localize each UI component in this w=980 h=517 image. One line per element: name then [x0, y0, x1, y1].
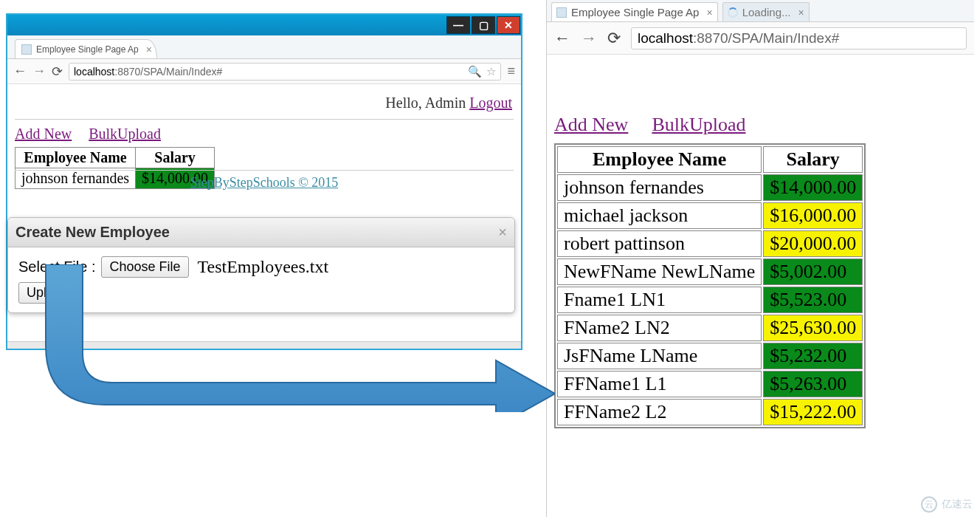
reload-button[interactable]: ⟳	[52, 64, 63, 80]
browser-tab-active[interactable]: Employee Single Page Ap ×	[551, 2, 718, 21]
window-close-button[interactable]: ✕	[497, 16, 520, 34]
forward-button[interactable]: →	[581, 29, 597, 48]
url-input[interactable]: localhost :8870/SPA/Main/Index#	[631, 27, 967, 49]
dialog-title: Create New Employee	[15, 224, 170, 241]
url-input[interactable]: localhost :8870/SPA/Main/Index# 🔍 ☆	[69, 63, 501, 81]
tab-strip-right: Employee Single Page Ap × Loading... ×	[547, 0, 974, 22]
browser-window-left: — ▢ ✕ Employee Single Page Ap × ← → ⟳ lo…	[6, 13, 522, 350]
url-path: :8870/SPA/Main/Index#	[693, 30, 839, 47]
add-new-link[interactable]: Add New	[15, 126, 72, 142]
browser-tab-loading[interactable]: Loading... ×	[722, 2, 810, 21]
table-row: Fname1 LN1$5,523.00	[557, 287, 863, 313]
employee-name-cell: JsFName LName	[557, 343, 762, 369]
back-button[interactable]: ←	[13, 64, 27, 79]
tab-close-icon[interactable]: ×	[146, 44, 152, 55]
tab-strip: Employee Single Page Ap ×	[7, 35, 521, 59]
top-links: Add New BulkUpload	[15, 120, 514, 147]
star-icon[interactable]: ☆	[486, 65, 496, 78]
employee-name-cell: robert pattinson	[557, 230, 762, 257]
employee-name-cell: michael jackson	[557, 202, 762, 229]
back-button[interactable]: ←	[554, 29, 570, 48]
page-body-right: Add New BulkUpload Employee Name Salary …	[547, 55, 974, 436]
search-icon[interactable]: 🔍	[468, 65, 482, 78]
col-salary-header: Salary	[136, 148, 215, 168]
watermark-badge-icon: 云	[921, 496, 937, 513]
tab-close-icon[interactable]: ×	[706, 7, 712, 18]
table-row: FFName2 L2$15,222.00	[557, 399, 863, 425]
employee-name-cell: johnson fernandes	[557, 174, 762, 201]
logout-link[interactable]: Logout	[469, 95, 512, 111]
col-name-header: Employee Name	[15, 148, 136, 168]
forward-button[interactable]: →	[32, 64, 46, 79]
table-row: johnson fernandes$14,000.00	[557, 174, 863, 201]
reload-button[interactable]: ⟳	[607, 29, 621, 48]
bulk-upload-link[interactable]: BulkUpload	[652, 114, 745, 135]
add-new-link[interactable]: Add New	[554, 114, 628, 135]
footer-link[interactable]: StepByStepSchools © 2015	[190, 175, 339, 190]
dialog-titlebar[interactable]: Create New Employee ×	[8, 218, 514, 247]
salary-cell: $20,000.00	[763, 230, 863, 257]
url-host: localhost	[74, 66, 114, 78]
employee-name-cell: FFName1 L1	[557, 371, 762, 397]
salary-cell: $5,263.00	[763, 371, 863, 397]
dialog-close-icon[interactable]: ×	[498, 224, 507, 241]
salary-cell: $5,523.00	[763, 287, 863, 313]
hello-text: Hello, Admin	[385, 95, 469, 111]
page-body-left: Hello, Admin Logout Add New BulkUpload E…	[7, 84, 521, 195]
create-employee-dialog: Create New Employee × Select File : Choo…	[7, 217, 515, 313]
salary-cell: $25,630.00	[763, 315, 863, 341]
bulk-upload-link[interactable]: BulkUpload	[89, 126, 161, 142]
selected-filename: TestEmployees.txt	[198, 257, 329, 277]
employee-name-cell: FFName2 L2	[557, 399, 762, 425]
menu-icon[interactable]: ≡	[507, 64, 515, 79]
table-row: FName2 LN2$25,630.00	[557, 315, 863, 341]
employee-table-right: Employee Name Salary johnson fernandes$1…	[554, 143, 866, 428]
salary-cell: $5,232.00	[763, 343, 863, 369]
loading-spinner-icon	[728, 7, 738, 18]
dialog-body: Select File : Choose File TestEmployees.…	[8, 247, 514, 312]
browser-window-right: Employee Single Page Ap × Loading... × ←…	[546, 0, 974, 517]
tab-title: Employee Single Page Ap	[571, 6, 699, 18]
employee-name-cell: Fname1 LN1	[557, 287, 762, 313]
tab-title: Loading...	[742, 6, 791, 18]
tab-close-icon[interactable]: ×	[798, 7, 804, 18]
horizontal-scrollbar[interactable]	[7, 341, 521, 349]
table-row: JsFName LName$5,232.00	[557, 343, 863, 369]
url-path: :8870/SPA/Main/Index#	[114, 66, 222, 78]
salary-cell: $15,222.00	[763, 399, 863, 425]
col-salary-header: Salary	[763, 146, 863, 173]
employee-name-cell: FName2 LN2	[557, 315, 762, 341]
page-footer: StepByStepSchools © 2015	[15, 170, 514, 191]
table-row: michael jackson$16,000.00	[557, 202, 863, 229]
table-row: FFName1 L1$5,263.00	[557, 371, 863, 397]
select-file-label: Select File :	[18, 258, 95, 275]
salary-cell: $14,000.00	[763, 174, 863, 201]
favicon-icon	[21, 44, 32, 55]
window-minimize-button[interactable]: —	[446, 16, 470, 34]
table-row: robert pattinson$20,000.00	[557, 230, 863, 257]
address-bar-row-right: ← → ⟳ localhost :8870/SPA/Main/Index#	[547, 22, 974, 55]
choose-file-button[interactable]: Choose File	[101, 256, 188, 278]
address-bar-row: ← → ⟳ localhost :8870/SPA/Main/Index# 🔍 …	[7, 59, 521, 84]
browser-tab[interactable]: Employee Single Page Ap ×	[15, 39, 157, 58]
url-host: localhost	[638, 30, 693, 47]
window-maximize-button[interactable]: ▢	[472, 16, 495, 34]
col-name-header: Employee Name	[557, 146, 762, 173]
salary-cell: $16,000.00	[763, 202, 863, 229]
upload-button[interactable]: Upload	[18, 282, 77, 304]
favicon-icon	[556, 7, 567, 18]
salary-cell: $5,002.00	[763, 258, 863, 285]
watermark: 云 亿速云	[921, 496, 973, 513]
watermark-text: 亿速云	[942, 498, 973, 511]
window-titlebar: — ▢ ✕	[7, 15, 521, 35]
top-links-right: Add New BulkUpload	[554, 114, 967, 136]
employee-name-cell: NewFName NewLName	[557, 258, 762, 285]
table-row: NewFName NewLName$5,002.00	[557, 258, 863, 285]
greeting-bar: Hello, Admin Logout	[15, 90, 514, 120]
tab-title: Employee Single Page Ap	[36, 44, 139, 55]
